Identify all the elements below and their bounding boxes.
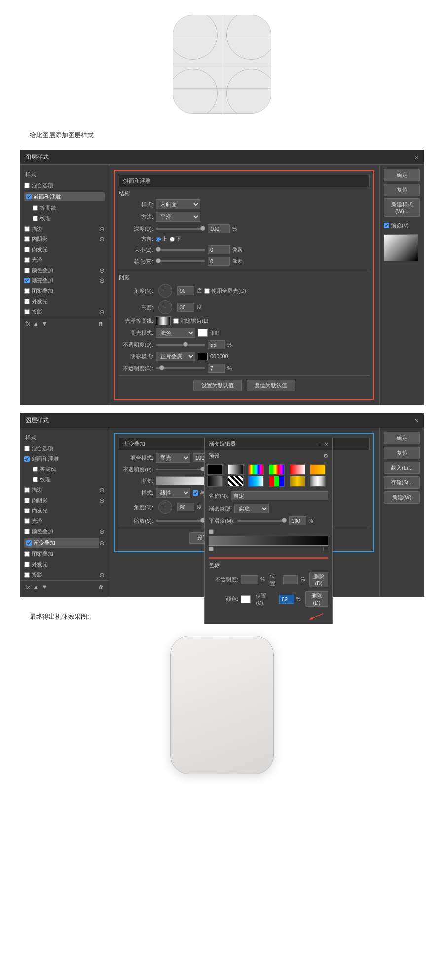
d2-blend-mode-select[interactable]: 柔光 bbox=[156, 453, 190, 463]
depth-slider-thumb[interactable] bbox=[200, 226, 205, 231]
inner-shadow-add-icon[interactable]: ⊕ bbox=[99, 235, 105, 243]
depth-slider-track[interactable] bbox=[156, 228, 205, 230]
stroke-add-icon[interactable]: ⊕ bbox=[99, 225, 105, 233]
reset-default-btn[interactable]: 复位为默认值 bbox=[247, 380, 295, 391]
panel-item-pattern-overlay[interactable]: 图案叠加 bbox=[20, 286, 109, 296]
anti-alias-label[interactable]: 消除锯齿(L) bbox=[173, 317, 208, 325]
preset-6[interactable] bbox=[310, 464, 326, 475]
size-slider-thumb[interactable] bbox=[156, 247, 161, 252]
panel-item-stroke[interactable]: 描边 ⊕ bbox=[20, 224, 109, 234]
altitude-dial[interactable] bbox=[158, 300, 172, 314]
gradient-overlay-add-icon[interactable]: ⊕ bbox=[99, 277, 105, 284]
ge-color-value-swatch[interactable] bbox=[241, 595, 251, 603]
d2-angle-input[interactable] bbox=[177, 503, 194, 511]
global-light-check[interactable] bbox=[204, 288, 210, 294]
d2-panel-drop-shadow[interactable]: 投影 ⊕ bbox=[20, 570, 109, 580]
panel-item-drop-shadow[interactable]: 投影 ⊕ bbox=[20, 307, 109, 317]
d2-opacity-track[interactable] bbox=[156, 469, 205, 470]
d2-down-button[interactable]: ▼ bbox=[41, 583, 48, 590]
d2-panel-pattern-overlay[interactable]: 图案叠加 bbox=[20, 549, 109, 559]
soften-input[interactable] bbox=[208, 257, 230, 266]
d2-save-btn[interactable]: 存储(S)... bbox=[384, 476, 420, 489]
fx-button[interactable]: fx bbox=[25, 320, 30, 327]
preset-12[interactable] bbox=[310, 476, 326, 487]
d2-load-btn[interactable]: 载入(L)... bbox=[384, 462, 420, 474]
d2-confirm-btn[interactable]: 确定 bbox=[384, 432, 420, 444]
ge-position-color-input[interactable] bbox=[279, 595, 294, 604]
direction-down-radio[interactable] bbox=[170, 237, 175, 242]
preset-7[interactable] bbox=[207, 476, 223, 487]
preset-2[interactable] bbox=[228, 464, 244, 475]
highlight-opacity-thumb[interactable] bbox=[183, 342, 188, 347]
d2-inner-shadow-add-icon[interactable]: ⊕ bbox=[99, 497, 105, 504]
ge-close-btn[interactable]: × bbox=[325, 441, 328, 447]
delete-icon[interactable]: 🗑 bbox=[98, 321, 104, 327]
drop-shadow-add-icon[interactable]: ⊕ bbox=[99, 308, 105, 315]
d2-panel-contour[interactable]: 等高线 bbox=[20, 464, 109, 474]
reset-btn-1[interactable]: 复位 bbox=[384, 184, 420, 196]
angle-input[interactable] bbox=[177, 286, 194, 295]
ge-smooth-thumb[interactable] bbox=[282, 518, 287, 523]
soften-slider-track[interactable] bbox=[156, 260, 205, 262]
d2-up-button[interactable]: ▲ bbox=[33, 583, 39, 590]
preset-8[interactable] bbox=[228, 476, 244, 487]
shadow-color-swatch[interactable] bbox=[198, 353, 208, 360]
preset-1[interactable] bbox=[207, 464, 223, 475]
d2-panel-stroke[interactable]: 描边 ⊕ bbox=[20, 485, 109, 495]
delete-color-stop-btn[interactable]: 删除(D) bbox=[305, 591, 328, 607]
delete-opacity-stop-btn[interactable]: 删除(D) bbox=[309, 572, 328, 587]
dialog2-close-btn[interactable]: × bbox=[415, 417, 419, 425]
d2-delete-icon[interactable]: 🗑 bbox=[98, 584, 104, 590]
ge-opacity-input[interactable] bbox=[241, 575, 258, 584]
d2-reset-btn[interactable]: 复位 bbox=[384, 447, 420, 459]
ge-gradient-bar[interactable] bbox=[209, 536, 328, 546]
d2-panel-outer-glow[interactable]: 外发光 bbox=[20, 559, 109, 570]
highlight-opacity-input[interactable] bbox=[208, 340, 225, 349]
ge-top-stop-left[interactable] bbox=[209, 529, 214, 534]
d2-panel-bevel[interactable]: 斜面和浮雕 bbox=[20, 454, 109, 464]
ge-min-btn[interactable]: — bbox=[317, 441, 323, 447]
down-button[interactable]: ▼ bbox=[41, 320, 48, 327]
shadow-opacity-input[interactable] bbox=[208, 364, 225, 373]
panel-item-outer-glow[interactable]: 外发光 bbox=[20, 296, 109, 307]
d2-gradient-overlay-add-icon[interactable]: ⊕ bbox=[99, 539, 105, 547]
shadow-opacity-thumb[interactable] bbox=[159, 365, 164, 370]
up-button[interactable]: ▲ bbox=[33, 320, 39, 327]
align-layer-check[interactable] bbox=[193, 490, 198, 496]
panel-item-texture[interactable]: 纹理 bbox=[20, 213, 109, 224]
angle-dial[interactable] bbox=[158, 284, 172, 298]
preset-10[interactable] bbox=[269, 476, 285, 487]
direction-up-label[interactable]: 上 bbox=[156, 235, 167, 243]
panel-item-gradient-overlay[interactable]: 渐变叠加 ⊕ bbox=[20, 275, 109, 286]
highlight-opacity-track[interactable] bbox=[156, 344, 205, 346]
panel-item-blending[interactable]: 混合选项 bbox=[20, 180, 109, 191]
highlight-color-swatch[interactable] bbox=[198, 329, 208, 337]
set-default-btn[interactable]: 设置为默认值 bbox=[193, 380, 242, 391]
d2-panel-inner-glow[interactable]: 内发光 bbox=[20, 506, 109, 516]
preview-check-1[interactable] bbox=[384, 223, 389, 228]
global-light-label[interactable]: 使用全局光(G) bbox=[204, 287, 246, 295]
method-select[interactable]: 平滑 bbox=[156, 212, 200, 222]
size-input[interactable] bbox=[208, 245, 230, 254]
d2-color-overlay-add-icon[interactable]: ⊕ bbox=[99, 528, 105, 535]
d2-stroke-add-icon[interactable]: ⊕ bbox=[99, 486, 105, 494]
ge-name-input[interactable] bbox=[231, 491, 328, 500]
d2-angle-dial[interactable] bbox=[158, 500, 172, 514]
altitude-input[interactable] bbox=[177, 303, 194, 312]
preset-5[interactable] bbox=[290, 464, 305, 475]
panel-item-contour[interactable]: 等高线 bbox=[20, 203, 109, 213]
ge-bottom-stop-left[interactable] bbox=[209, 547, 214, 551]
preset-4[interactable] bbox=[269, 464, 285, 475]
shadow-mode-select[interactable]: 正片叠底 bbox=[156, 352, 195, 361]
panel-item-color-overlay[interactable]: 颜色叠加 ⊕ bbox=[20, 265, 109, 275]
new-style-btn[interactable]: 新建样式(W)... bbox=[384, 198, 420, 217]
d2-fx-button[interactable]: fx bbox=[25, 583, 30, 590]
d2-panel-color-overlay[interactable]: 颜色叠加 ⊕ bbox=[20, 526, 109, 537]
panel-item-bevel[interactable]: 斜面和浮雕 bbox=[20, 191, 109, 203]
direction-up-radio[interactable] bbox=[156, 237, 161, 242]
highlight-mode-select[interactable]: 滤色 bbox=[156, 328, 195, 338]
d2-panel-inner-shadow[interactable]: 内阴影 ⊕ bbox=[20, 495, 109, 506]
preset-9[interactable] bbox=[248, 476, 264, 487]
panel-item-inner-glow[interactable]: 内发光 bbox=[20, 244, 109, 255]
d2-scale-track[interactable] bbox=[156, 520, 205, 522]
